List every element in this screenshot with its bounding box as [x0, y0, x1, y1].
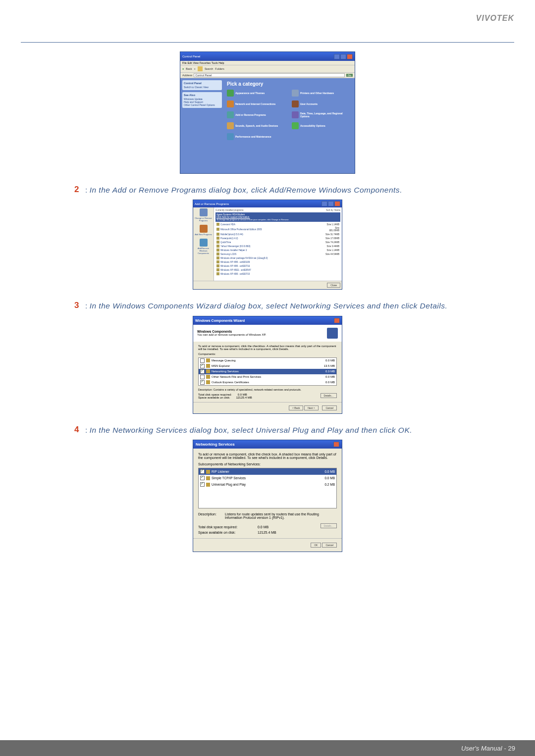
category-performance[interactable]: Performance and Maintenance — [227, 133, 287, 140]
checkbox[interactable] — [200, 380, 205, 385]
folders-button[interactable]: Folders — [215, 67, 224, 70]
details-button[interactable]: Details... — [321, 393, 337, 398]
program-row[interactable]: Windows driver package NVIDIA net (12aug… — [215, 256, 340, 260]
checkbox[interactable] — [200, 469, 205, 474]
close-icon[interactable] — [347, 54, 353, 59]
category-date[interactable]: Date, Time, Language, and Regional Optio… — [292, 111, 352, 118]
other-options-link[interactable]: Other Control Panel Options — [184, 103, 215, 106]
address-value[interactable]: Control Panel — [194, 73, 344, 77]
window-titlebar: Windows Components Wizard — [193, 316, 342, 325]
program-icon — [216, 241, 219, 244]
side-windows-components[interactable]: Add/Remove Windows Components — [194, 239, 213, 254]
window-title: Networking Services — [196, 442, 235, 447]
description-text: Listens for route updates sent by router… — [225, 512, 337, 519]
step-number: 4 — [74, 425, 83, 435]
program-row[interactable]: Windows XP KB5 - en820716 — [215, 264, 340, 268]
subcomponents-list[interactable]: RIP Listener0.0 MBSimple TCP/IP Services… — [198, 468, 337, 508]
address-bar[interactable]: Address Control Panel Go — [180, 73, 355, 78]
back-button[interactable]: Back — [186, 67, 192, 70]
maximize-icon[interactable] — [340, 54, 346, 59]
toolbar[interactable]: ● Back ● Search Folders — [180, 65, 355, 73]
program-row[interactable]: Microsoft Office Professional Edition 20… — [215, 226, 340, 232]
category-printers[interactable]: Printers and Other Hardware — [292, 90, 352, 97]
subcomponent-row[interactable]: RIP Listener0.0 MB — [199, 468, 336, 475]
sort-by[interactable]: Sort by: Name — [326, 209, 340, 211]
cancel-button[interactable]: Cancel — [322, 543, 337, 548]
program-row[interactable]: Windows XP KB5 - en820715 — [215, 272, 340, 276]
component-row[interactable]: Networking Services0.3 MB — [199, 369, 336, 374]
components-label: Components: — [198, 353, 337, 355]
minimize-icon[interactable] — [321, 201, 327, 206]
category-sounds[interactable]: Sounds, Speech, and Audio Devices — [227, 122, 287, 129]
category-appearance[interactable]: Appearance and Themes — [227, 90, 287, 97]
category-add-remove[interactable]: Add or Remove Programs — [227, 111, 287, 118]
checkbox[interactable] — [200, 358, 205, 363]
component-icon — [206, 369, 210, 373]
checkbox[interactable] — [200, 476, 205, 480]
description-label: Description: — [198, 512, 225, 519]
printers-icon — [292, 90, 299, 97]
program-row[interactable]: Samsung LCDSSize 44.54MB — [215, 252, 340, 256]
close-icon[interactable] — [334, 201, 340, 206]
side-add-new[interactable]: Add New Programs — [194, 225, 213, 236]
back-button[interactable]: < Back — [289, 405, 303, 410]
program-row[interactable]: Windows XP KB5 - en820109 — [215, 260, 340, 264]
program-row[interactable]: Powerpoint(1.4.2)Size 17.00MB — [215, 236, 340, 240]
program-icon — [216, 228, 219, 231]
wizard-icon — [327, 328, 338, 339]
service-icon — [206, 470, 210, 474]
subcomponent-row[interactable]: Universal Plug and Play0.2 MB — [199, 481, 336, 488]
cancel-button[interactable]: Cancel — [322, 405, 337, 410]
search-button[interactable]: Search — [205, 67, 213, 70]
category-users[interactable]: User Accounts — [292, 101, 352, 107]
installed-label: Currently installed programs: — [215, 209, 244, 211]
menu-bar[interactable]: File Edit View Favorites Tools Help — [180, 61, 355, 65]
checkbox[interactable] — [200, 364, 205, 368]
category-accessibility[interactable]: Accessibility Options — [292, 122, 352, 129]
program-icon — [216, 237, 219, 240]
checkbox[interactable] — [200, 369, 205, 374]
program-row[interactable]: QuickTimeSize 74.24MB — [215, 240, 340, 244]
component-row[interactable]: MSN Explorer13.5 MB — [199, 363, 336, 369]
step-number: 3 — [74, 301, 83, 310]
wizard-heading: Windows Components — [197, 330, 325, 333]
accessibility-icon — [292, 122, 299, 129]
program-row[interactable]: Windows Installer Helper 2Size 1.14MB — [215, 248, 340, 252]
next-button[interactable]: Next > — [304, 405, 319, 410]
category-network[interactable]: Network and Internet Connections — [227, 101, 287, 107]
program-row[interactable]: Windows XP KB21 - en820547 — [215, 268, 340, 272]
box-icon — [200, 208, 208, 216]
checkbox[interactable] — [200, 375, 205, 379]
program-row[interactable]: Yahoo! Messenger (8.0.0.863)Size 3.44MB — [215, 244, 340, 248]
side-change-remove[interactable]: Change or Remove Programs — [194, 208, 213, 222]
avail-space-value: 12125.4 MB — [236, 396, 252, 399]
component-row[interactable]: Outlook Express Certificates0.0 MB — [199, 380, 336, 385]
ok-button[interactable]: OK — [311, 543, 321, 548]
maximize-icon[interactable] — [328, 201, 334, 206]
date-icon — [292, 111, 299, 118]
step-text: : In the Networking Services dialog box,… — [85, 425, 461, 436]
close-button[interactable]: Close — [327, 283, 340, 288]
subcomponents-label: Subcomponents of Networking Services: — [198, 462, 337, 466]
close-icon[interactable] — [333, 442, 339, 447]
folder-up-icon[interactable] — [198, 66, 203, 71]
close-icon[interactable] — [334, 318, 340, 323]
selected-program[interactable]: Agere Systems HDA Modem Click here for s… — [215, 212, 340, 222]
components-list[interactable]: Message Queuing0.0 MBMSN Explorer13.5 MB… — [198, 357, 337, 386]
add-remove-programs-window: Add or Remove Programs Change or Remove … — [193, 200, 342, 290]
wizard-description: To add or remove a component, click the … — [198, 345, 337, 351]
component-row[interactable]: Other Network File and Print Services0.0… — [199, 374, 336, 380]
page-footer: User's Manual - 29 — [0, 740, 535, 756]
switch-view-link[interactable]: Switch to Classic View — [184, 86, 209, 89]
sounds-icon — [227, 122, 234, 129]
performance-icon — [227, 133, 234, 140]
program-row[interactable]: MobileOption(2.5.0.44)Size 31.74MB — [215, 232, 340, 236]
subcomponent-row[interactable]: Simple TCP/IP Services0.0 MB — [199, 475, 336, 481]
component-row[interactable]: Message Queuing0.0 MB — [199, 358, 336, 363]
minimize-icon[interactable] — [334, 54, 340, 59]
description-text: Contains a variety of specialized, netwo… — [214, 388, 302, 391]
checkbox[interactable] — [200, 482, 205, 487]
program-row[interactable]: Conexant HDASize 1.14MB — [215, 222, 340, 226]
component-icon — [206, 380, 210, 384]
go-button[interactable]: Go — [346, 74, 353, 77]
